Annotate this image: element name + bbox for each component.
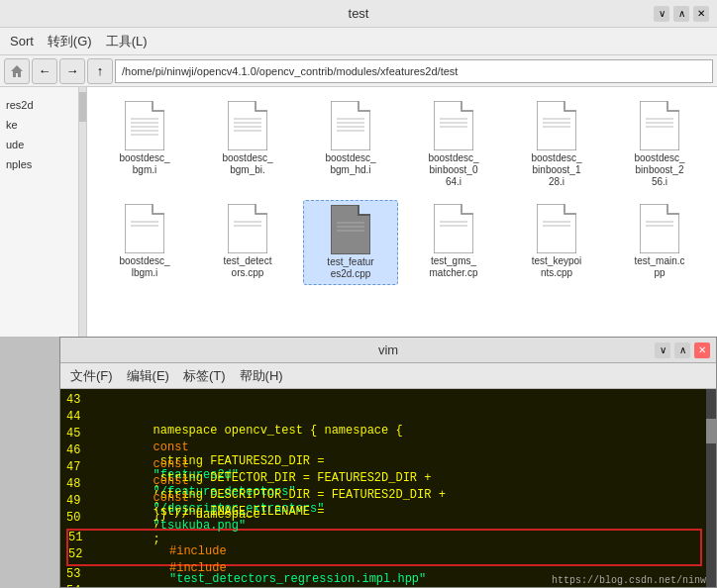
file-item-8[interactable]: test_features2d.cpp — [303, 200, 398, 285]
file-item-10[interactable]: test_keypoints.cpp — [509, 200, 604, 285]
file-icon-7 — [228, 204, 267, 253]
svg-marker-34 — [331, 205, 370, 254]
file-item-7[interactable]: test_detectors.cpp — [200, 200, 295, 285]
vim-title-controls: ∨ ∧ ✕ — [655, 343, 710, 358]
file-item-1[interactable]: boostdesc_bgm_bi. — [200, 97, 295, 192]
file-name-9: test_gms_matcher.cp — [430, 255, 478, 279]
file-name-1: boostdesc_bgm_bi. — [222, 152, 272, 176]
file-name-4: boostdesc_binboost_128.i — [531, 152, 581, 188]
back-button[interactable]: ← — [32, 58, 57, 84]
vim-menu-file[interactable]: 文件(F) — [64, 365, 119, 387]
vim-window: vim ∨ ∧ ✕ 文件(F) 编辑(E) 标签(T) 帮助(H) 43 44 … — [59, 337, 717, 588]
svg-marker-28 — [125, 204, 164, 253]
vim-minimize-button[interactable]: ∨ — [655, 343, 670, 358]
svg-marker-24 — [640, 101, 679, 150]
vim-menu-help[interactable]: 帮助(H) — [234, 365, 289, 387]
file-icon-9 — [434, 204, 473, 253]
file-icon-4 — [537, 101, 576, 150]
file-item-3[interactable]: boostdesc_binboost_064.i — [406, 97, 501, 192]
vim-scrollbar-thumb[interactable] — [706, 419, 716, 443]
svg-marker-20 — [537, 101, 576, 150]
file-manager-menubar: Sort 转到(G) 工具(L) — [0, 28, 717, 55]
file-name-7: test_detectors.cpp — [224, 255, 272, 279]
vim-maximize-button[interactable]: ∧ — [674, 343, 690, 358]
minimize-button[interactable]: ∨ — [654, 6, 669, 22]
svg-marker-44 — [640, 204, 679, 253]
sidebar-item-2[interactable]: ude — [4, 135, 74, 154]
svg-marker-16 — [434, 101, 473, 150]
file-manager-title: test — [349, 6, 369, 21]
file-icon-11 — [640, 204, 679, 253]
svg-marker-6 — [228, 101, 267, 150]
menu-sort[interactable]: Sort — [4, 32, 40, 50]
file-item-0[interactable]: boostdesc_bgm.i — [97, 97, 192, 192]
file-name-11: test_main.cpp — [634, 255, 684, 279]
vim-line-47: 47 const string DESCRIPTOR_DIR = FEATURE… — [66, 460, 702, 477]
vim-content[interactable]: 43 44 namespace opencv_test { namespace … — [60, 389, 716, 587]
file-icon-2 — [331, 101, 370, 150]
file-name-8: test_features2d.cpp — [327, 256, 373, 280]
sidebar-item-3[interactable]: nples — [4, 154, 74, 174]
file-item-5[interactable]: boostdesc_binboost_256.i — [612, 97, 707, 192]
forward-button[interactable]: → — [59, 58, 85, 84]
sidebar-item-1[interactable]: ke — [4, 115, 74, 135]
file-icon-0 — [125, 101, 164, 150]
svg-marker-11 — [331, 101, 370, 150]
svg-marker-41 — [537, 204, 576, 253]
menu-goto[interactable]: 转到(G) — [42, 31, 98, 52]
close-button[interactable]: ✕ — [693, 6, 709, 22]
home-button[interactable] — [4, 58, 30, 84]
menu-tools[interactable]: 工具(L) — [100, 31, 154, 52]
file-item-6[interactable]: boostdesc_lbgm.i — [97, 200, 192, 285]
file-item-2[interactable]: boostdesc_bgm_hd.i — [303, 97, 398, 192]
file-item-4[interactable]: boostdesc_binboost_128.i — [509, 97, 604, 192]
file-item-11[interactable]: test_main.cpp — [612, 200, 707, 285]
file-manager-window: test ∨ ∧ ✕ Sort 转到(G) 工具(L) ← → ↑ /home/… — [0, 0, 717, 337]
file-grid: boostdesc_bgm.i boostdesc_bgm_bi. — [87, 87, 717, 337]
file-icon-10 — [537, 204, 576, 253]
vim-menu-edit[interactable]: 编辑(E) — [121, 365, 175, 387]
sidebar: res2d ke ude nples — [0, 87, 79, 337]
file-name-5: boostdesc_binboost_256.i — [634, 152, 684, 188]
file-icon-5 — [640, 101, 679, 150]
vim-line-43: 43 — [66, 393, 702, 410]
address-bar[interactable]: /home/pi/ninwji/opencv4.1.0/opencv_contr… — [115, 59, 713, 83]
file-icon-3 — [434, 101, 473, 150]
file-name-3: boostdesc_binboost_064.i — [428, 152, 478, 188]
address-text: /home/pi/ninwji/opencv4.1.0/opencv_contr… — [122, 65, 458, 77]
svg-marker-31 — [228, 204, 267, 253]
file-name-6: boostdesc_lbgm.i — [119, 255, 169, 279]
vim-line-52: 52 #include "test_descriptors_regression… — [68, 547, 700, 564]
maximize-button[interactable]: ∧ — [673, 6, 689, 22]
sidebar-scrollbar-thumb[interactable] — [79, 92, 86, 122]
vim-menubar: 文件(F) 编辑(E) 标签(T) 帮助(H) — [60, 363, 716, 389]
svg-marker-0 — [125, 101, 164, 150]
vim-menu-tag[interactable]: 标签(T) — [177, 365, 232, 387]
up-button[interactable]: ↑ — [87, 58, 113, 84]
file-icon-1 — [228, 101, 267, 150]
sidebar-item-0[interactable]: res2d — [4, 95, 74, 115]
sidebar-scrollbar[interactable] — [79, 87, 87, 337]
file-manager-toolbar: ← → ↑ /home/pi/ninwji/opencv4.1.0/opencv… — [0, 55, 717, 87]
file-item-9[interactable]: test_gms_matcher.cp — [406, 200, 501, 285]
vim-titlebar: vim ∨ ∧ ✕ — [60, 338, 716, 363]
vim-scrollbar[interactable] — [706, 389, 716, 587]
file-manager-titlebar: test ∨ ∧ ✕ — [0, 0, 717, 28]
svg-marker-38 — [434, 204, 473, 253]
title-controls: ∨ ∧ ✕ — [654, 6, 709, 22]
vim-line-51: 51 #include "test_detectors_regression.i… — [68, 531, 700, 547]
file-icon-8 — [331, 205, 370, 254]
file-name-10: test_keypoints.cpp — [532, 255, 582, 279]
vim-status: https://blog.csdn.net/ninwj — [548, 574, 716, 587]
file-name-2: boostdesc_bgm_hd.i — [325, 152, 375, 176]
file-icon-6 — [125, 204, 164, 253]
vim-close-button[interactable]: ✕ — [694, 343, 710, 358]
vim-line-44: 44 namespace opencv_test { namespace { — [66, 410, 702, 427]
file-area: res2d ke ude nples — [0, 87, 717, 337]
vim-line-46: 46 const string DETECTOR_DIR = FEATURES2… — [66, 443, 702, 460]
vim-title: vim — [378, 343, 398, 357]
file-name-0: boostdesc_bgm.i — [119, 152, 169, 176]
vim-highlight-block: 51 #include "test_detectors_regression.i… — [66, 529, 702, 566]
